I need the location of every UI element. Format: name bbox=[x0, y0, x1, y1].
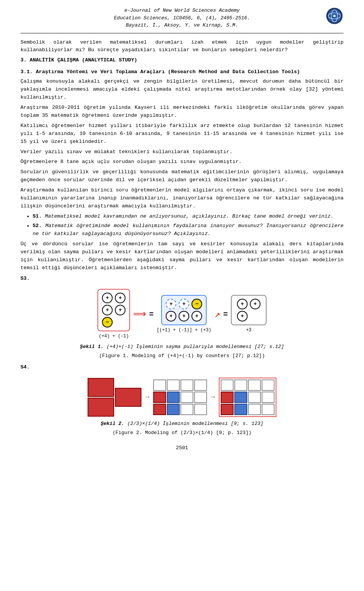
s2-label: S2. bbox=[33, 223, 42, 229]
fig1-fig-label: Şekil 1. bbox=[80, 344, 104, 350]
fig2-caption-text: (2/3)×(1/4) İşleminin modellenmesi [9; s… bbox=[127, 421, 264, 426]
s1-label: S1. bbox=[33, 213, 42, 219]
fig2-r-cell-12 bbox=[262, 404, 275, 415]
fig2-r-cell-1 bbox=[221, 379, 234, 391]
fig2-r-cell-2 bbox=[234, 379, 247, 391]
fig2-r-cell-3 bbox=[248, 379, 261, 391]
fig2-caption-block: Şekil 2. (2/3)×(1/4) İşleminin modellenm… bbox=[20, 420, 344, 437]
figure-1-row: + + + + − (+4) + (-1) ⟹ = bbox=[20, 289, 344, 340]
fig2-fig-label: Şekil 2. bbox=[100, 421, 124, 426]
fig1-curved-arrow: ↗ bbox=[214, 307, 220, 322]
counter-row-3a: + + bbox=[237, 299, 260, 309]
header-line3: Bayazit, İ., Aksoy, Y. ve Kırnap, S.M. bbox=[126, 22, 238, 28]
circle-minus-1: − bbox=[102, 317, 113, 328]
section-31: 3.1. Araştırma Yöntemi ve Veri Toplama A… bbox=[20, 68, 344, 283]
fig1-box2: + + − + + + [(+1) + (-1)] + (+3) bbox=[157, 295, 211, 334]
s4-label: S4. bbox=[20, 364, 344, 372]
para6: Öğretmenlere 8 tane açık uçlu sorudan ol… bbox=[20, 158, 344, 166]
counter-row-1c: − bbox=[102, 317, 126, 328]
circle-plus-7: + bbox=[191, 311, 202, 321]
header-line1: e-Journal of New World Sciences Academy bbox=[124, 8, 240, 13]
circle-plus-3: + bbox=[102, 305, 113, 315]
fig2-cell-10 bbox=[167, 404, 180, 415]
s1-text: Matematiksel model kavramından ne anlıyo… bbox=[45, 213, 334, 219]
journal-header: e-Journal of New World Sciences Academy … bbox=[20, 7, 344, 29]
fig2-result bbox=[219, 378, 276, 417]
circle-plus-6: + bbox=[179, 311, 189, 321]
fig1-eq2: = bbox=[223, 309, 228, 320]
question-s2: S2. Matematik öğretiminde model kullanım… bbox=[33, 222, 344, 238]
fig1-eq1: = bbox=[149, 309, 154, 320]
circle-dashed-plus-2: + bbox=[179, 299, 189, 309]
rect-red-2 bbox=[88, 398, 114, 417]
fig1-box1: + + + + − (+4) + (-1) bbox=[97, 289, 130, 340]
header-line2: Education Sciences, 1C0456, 6, (4), 2495… bbox=[114, 15, 250, 21]
fig2-r-cell-9 bbox=[221, 404, 234, 415]
fig1-caption-en: (Figure 1. Modeling of (+4)+(-1) by coun… bbox=[20, 352, 344, 360]
para8: Araştırmada kullanılan birinci soru öğre… bbox=[20, 187, 344, 210]
para9: Üç ve dördüncü sorular ise öğretmenlerin… bbox=[20, 240, 344, 272]
svg-point-4 bbox=[333, 15, 336, 17]
circle-dashed-plus-1: + bbox=[166, 299, 176, 309]
page: e-Journal of New World Sciences Academy … bbox=[0, 0, 364, 591]
circle-plus-2: + bbox=[115, 293, 126, 303]
fig2-cell-5 bbox=[153, 392, 166, 403]
counter-result-box: + + + bbox=[231, 295, 267, 325]
fig2-r-cell-4 bbox=[262, 379, 275, 391]
circle-plus-5: + bbox=[166, 311, 176, 321]
counter-row-1b: + + bbox=[102, 305, 126, 315]
counter-row-1a: + + bbox=[102, 293, 126, 303]
fig2-cell-3 bbox=[180, 379, 193, 391]
fig2-group1 bbox=[88, 378, 141, 417]
para4: Katılımcı öğretmenler hizmet yılları iti… bbox=[20, 122, 344, 146]
circle-plus-1: + bbox=[102, 293, 113, 303]
fig2-r-cell-7 bbox=[248, 392, 261, 403]
fig2-cell-6 bbox=[167, 392, 180, 403]
fig2-cell-7 bbox=[180, 392, 193, 403]
fig2-caption-en: (Figure 2. Modeling of (2/3)×(1/4) [9; p… bbox=[20, 429, 344, 437]
fig2-rects1 bbox=[88, 378, 114, 417]
figure-2-area: → → bbox=[20, 378, 344, 437]
fig1-label3: +3 bbox=[231, 327, 267, 334]
circle-plus-4: + bbox=[115, 305, 126, 315]
fig1-caption: Şekil 1. (+4)+(-1) İşleminin sayma pulla… bbox=[20, 343, 344, 351]
para7: Soruların güvenilirlik ve geçerliliği ko… bbox=[20, 168, 344, 184]
questions-list: S1. Matematiksel model kavramından ne an… bbox=[33, 213, 344, 238]
para3: Araştırma 2010-2011 öğretim yılında Kays… bbox=[20, 104, 344, 120]
counter-box-2: + + − + + + bbox=[161, 295, 207, 325]
fig2-cell-9 bbox=[153, 404, 166, 415]
fig2-r-cell-5 bbox=[221, 392, 234, 403]
counter-row-3b: + bbox=[237, 311, 260, 321]
fig2-cell-8 bbox=[194, 392, 207, 403]
circle-plus-r3: + bbox=[237, 311, 248, 321]
circle-minus-2: − bbox=[191, 299, 202, 309]
figure-2-row: → → bbox=[20, 378, 344, 417]
circle-plus-r2: + bbox=[250, 299, 260, 309]
fig2-grid bbox=[153, 379, 207, 415]
header-divider bbox=[20, 33, 344, 33]
para5: Veriler yazılı sınav ve mülakat teknikle… bbox=[20, 148, 344, 156]
circle-plus-r1: + bbox=[237, 299, 248, 309]
figure-1-area: + + + + − (+4) + (-1) ⟹ = bbox=[20, 289, 344, 360]
rect-red-1 bbox=[88, 378, 114, 397]
fig2-cell-12 bbox=[194, 404, 207, 415]
fig1-box3: + + + +3 bbox=[231, 295, 267, 334]
fig1-caption-text: (+4)+(-1) İşleminin sayma pullarıyla mod… bbox=[107, 344, 284, 350]
fig2-r-cell-8 bbox=[262, 392, 275, 403]
fig2-cell-11 bbox=[180, 404, 193, 415]
fig2-caption: Şekil 2. (2/3)×(1/4) İşleminin modellenm… bbox=[20, 420, 344, 428]
fig2-cell-4 bbox=[194, 379, 207, 391]
counter-row-2b: + + + bbox=[166, 311, 202, 321]
fig2-rects2 bbox=[115, 388, 141, 407]
section-3: 3. ANALİTİK ÇALIŞMA (ANALYTICAL STUDY) bbox=[20, 56, 344, 64]
rect-red-3 bbox=[115, 388, 141, 407]
section-31-title: 3.1. Araştırma Yöntemi ve Veri Toplama A… bbox=[20, 68, 344, 76]
section-3-title: 3. ANALİTİK ÇALIŞMA (ANALYTICAL STUDY) bbox=[20, 56, 344, 64]
fig1-arrow1: ⟹ bbox=[133, 307, 146, 321]
counter-box-1: + + + + − bbox=[97, 289, 130, 331]
fig2-r-cell-11 bbox=[248, 404, 261, 415]
fig1-label1: (+4) + (-1) bbox=[97, 333, 130, 340]
s3-label: S3. bbox=[20, 275, 344, 283]
intro-para1: Sembolik olarak verilen matematiksel dur… bbox=[20, 39, 344, 55]
fig2-cell-2 bbox=[167, 379, 180, 391]
